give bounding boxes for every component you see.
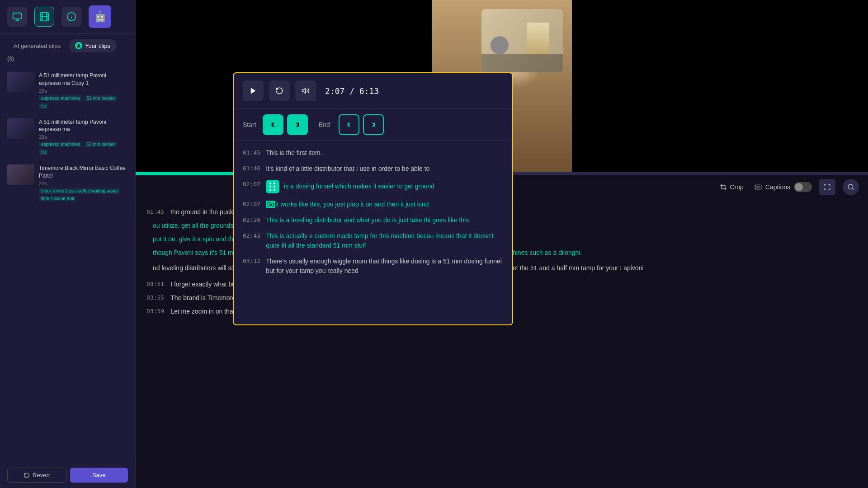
video-right-black (572, 0, 868, 172)
clip-tag: 51 mm basket (84, 141, 117, 147)
clip-time: 01:46 (243, 164, 260, 174)
clip-title: A 51 millimeter tamp Pavoni espresso ma … (39, 72, 128, 87)
clip-editor-modal: 2:07 / 6:13 Start End (233, 72, 513, 325)
transcript-time: 03:55 (146, 294, 164, 301)
clip-tags: espresso machines 51 mm basket Ita (39, 141, 128, 155)
clip-line: 02:07 Soit works like this, you just plo… (243, 200, 503, 209)
thumb-bg (7, 118, 34, 139)
clip-time: 02:26 (243, 216, 260, 225)
clip-duration: 22s (39, 181, 128, 186)
clip-title: A 51 millimeter tamp Pavoni espresso ma (39, 118, 128, 134)
clip-tags: black mirror basic coffee waiting panel … (39, 188, 128, 202)
svg-marker-18 (251, 88, 256, 94)
captions-label: Captions (765, 183, 790, 191)
clip-line: 01:45 This is the first item. (243, 148, 503, 158)
clip-duration: 29s (39, 88, 128, 94)
clip-time: 01:45 (243, 148, 260, 158)
clip-editor-header: 2:07 / 6:13 (234, 73, 512, 109)
volume-button[interactable] (295, 80, 316, 101)
start-label: Start (243, 121, 259, 128)
crop-label: Crop (730, 183, 743, 191)
clip-line: 03:12 There's usually enough wiggle room… (243, 257, 503, 276)
clip-info: A 51 millimeter tamp Pavoni espresso ma … (39, 118, 128, 155)
undo-button[interactable] (269, 80, 290, 101)
revert-label: Revert (33, 472, 50, 479)
time-display: 2:07 / 6:13 (325, 86, 379, 96)
sidebar-tabs: AI generated clips Your clips (0, 34, 135, 52)
captions-toggle-switch[interactable] (794, 182, 812, 192)
bot-avatar: 🤖 (89, 5, 111, 28)
thumb-bg (7, 72, 34, 92)
clip-text: This is actually a custom made tamp for … (266, 231, 503, 250)
tab-auto-generated-label: AI generated clips (14, 42, 61, 49)
clip-time: 03:12 (243, 257, 260, 276)
clip-duration: 29s (39, 134, 128, 140)
clip-line: 01:46 It's kind of a little distributor … (243, 164, 503, 174)
sidebar-header: 🤖 (0, 0, 135, 34)
tab-your-clips-label: Your clips (85, 42, 110, 49)
save-button[interactable]: Save (70, 468, 128, 483)
action-bar: Revert Save (0, 462, 135, 488)
revert-button[interactable]: Revert (7, 468, 66, 483)
clip-tag: espresso machines (39, 141, 82, 147)
trim-start-prev-button[interactable] (263, 114, 283, 135)
clip-title: Timemore Black Mirror Basic Coffee Panel (39, 164, 128, 180)
word-cursor: So (266, 201, 275, 208)
clip-text: This is a leveling distributor and what … (266, 216, 503, 225)
crop-button[interactable]: Crop (716, 182, 747, 192)
tab-your-clips[interactable]: Your clips (69, 39, 117, 52)
save-label: Save (92, 472, 106, 479)
transcript-text: the ground in the puck. (170, 208, 235, 216)
svg-rect-0 (13, 13, 21, 19)
clip-text: is a dosing funnel which makes it easier… (266, 180, 503, 193)
clip-text: There's usually enough wiggle room that … (266, 257, 503, 276)
library-icon[interactable] (7, 7, 27, 27)
clip-list: A 51 millimeter tamp Pavoni espresso ma … (0, 64, 135, 462)
clip-tag: 51 mm basket (84, 95, 117, 101)
clip-thumbnail (7, 72, 34, 92)
trim-end-next-button[interactable] (363, 114, 384, 135)
transcript-time: 03:59 (146, 308, 164, 315)
clip-info: A 51 millimeter tamp Pavoni espresso ma … (39, 72, 128, 109)
generated-clips-section: (3) (0, 52, 135, 64)
clip-tags: espresso machines 51 mm basket Ita (39, 95, 128, 109)
clip-tag: Ita (39, 149, 48, 155)
tab-auto-generated[interactable]: AI generated clips (7, 39, 67, 52)
transcript-time: 01:45 (146, 208, 164, 216)
clip-text: Soit works like this, you just plop it o… (266, 200, 503, 209)
list-item[interactable]: A 51 millimeter tamp Pavoni espresso ma … (0, 114, 135, 160)
clip-text: It's kind of a little distributor that I… (266, 164, 503, 174)
clip-thumbnail (7, 118, 34, 139)
clip-tag: little silicone mat (39, 196, 76, 202)
clip-time: 02:07 (243, 180, 260, 193)
clip-thumbnail (7, 164, 34, 185)
film-icon[interactable] (34, 7, 54, 27)
expand-button[interactable] (819, 179, 835, 195)
drag-handle[interactable] (266, 180, 279, 193)
trim-start-next-button[interactable] (287, 114, 308, 135)
info-icon[interactable] (61, 7, 81, 27)
clip-line: 02:43 This is actually a custom made tam… (243, 231, 503, 250)
clip-tag: espresso machines (39, 95, 82, 101)
search-button[interactable] (843, 179, 859, 195)
clip-tag: Ita (39, 103, 48, 109)
clip-info: Timemore Black Mirror Basic Coffee Panel… (39, 164, 128, 202)
transcript-time: 03:51 (146, 281, 164, 288)
clip-tag: black mirror basic coffee waiting panel (39, 188, 120, 194)
list-item[interactable]: A 51 millimeter tamp Pavoni espresso ma … (0, 67, 135, 114)
clip-transcript: 01:45 This is the first item. 01:46 It's… (234, 141, 512, 324)
clip-line: 02:26 This is a leveling distributor and… (243, 216, 503, 225)
your-clips-icon (75, 42, 82, 49)
clip-time: 02:43 (243, 231, 260, 250)
trim-end-prev-button[interactable] (339, 114, 359, 135)
svg-marker-19 (302, 89, 306, 94)
svg-point-14 (78, 44, 80, 46)
svg-point-16 (848, 184, 853, 189)
svg-line-17 (852, 188, 854, 190)
clip-editor-trim: Start End (234, 109, 512, 141)
list-item[interactable]: Timemore Black Mirror Basic Coffee Panel… (0, 160, 135, 206)
play-button[interactable] (243, 80, 264, 101)
clip-time: 02:07 (243, 200, 260, 209)
clip-line: 02:07 is a dosing funnel which makes it … (243, 180, 503, 193)
sidebar: 🤖 AI generated clips Your clips (3) (0, 0, 136, 488)
